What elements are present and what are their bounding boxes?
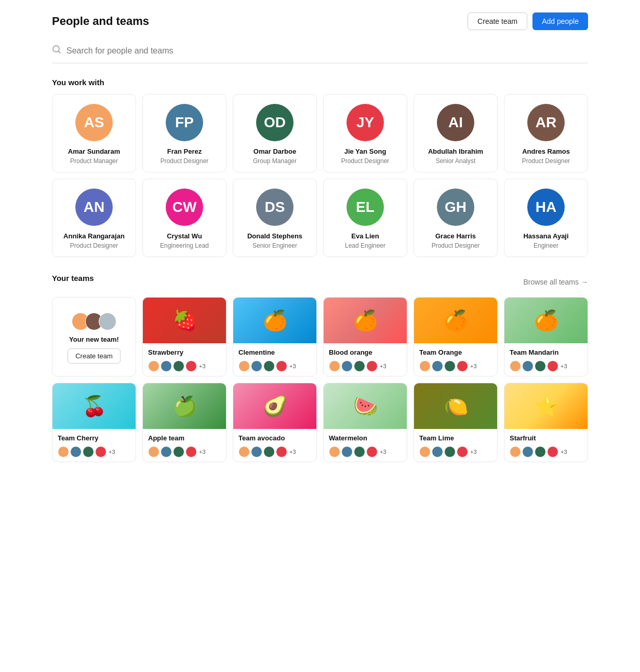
- browse-all-teams-link[interactable]: Browse all teams →: [523, 278, 588, 286]
- team-card-body: Team Cherry +3: [52, 429, 136, 462]
- team-members: +3: [329, 360, 402, 372]
- member-avatar: [354, 446, 365, 458]
- team-card-body: Strawberry +3: [143, 343, 226, 376]
- member-avatar: [148, 360, 159, 372]
- team-image: 🍒: [52, 383, 136, 429]
- team-members: +3: [510, 446, 582, 458]
- person-card[interactable]: AN Annika Rangarajan Product Designer: [52, 179, 136, 257]
- person-name: Abdullah Ibrahim: [428, 147, 483, 155]
- your-teams-title: Your teams: [52, 274, 94, 283]
- member-avatar: [173, 360, 184, 372]
- person-card[interactable]: FP Fran Perez Product Designer: [142, 94, 226, 172]
- header-actions: Create team Add people: [468, 12, 588, 30]
- team-name: Starfruit: [510, 434, 582, 442]
- member-avatar: [419, 360, 431, 372]
- member-avatar: [432, 446, 443, 458]
- person-name: Eva Lien: [351, 232, 379, 240]
- member-count: +3: [199, 363, 206, 369]
- team-image: 🍓: [143, 298, 226, 343]
- team-image: 🍊: [233, 298, 316, 343]
- avatar: DS: [256, 189, 294, 226]
- new-team-avatars: [72, 313, 116, 330]
- create-team-small-button[interactable]: Create team: [68, 348, 121, 364]
- team-card[interactable]: 🍓 Strawberry +3: [142, 297, 226, 377]
- team-name: Strawberry: [148, 348, 221, 356]
- member-avatar: [522, 446, 534, 458]
- person-name: Grace Harris: [435, 232, 476, 240]
- member-avatar: [366, 360, 378, 372]
- member-avatar: [444, 446, 456, 458]
- person-card[interactable]: CW Crystal Wu Engineering Lead: [142, 179, 226, 257]
- teams-grid: Your new team! Create team 🍓 Strawberry …: [52, 297, 588, 377]
- team-card[interactable]: 🥑 Team avocado +3: [233, 383, 317, 462]
- member-avatar: [535, 360, 546, 372]
- avatar: JY: [346, 104, 384, 141]
- team-members: +3: [148, 360, 221, 372]
- member-avatar: [444, 360, 456, 372]
- teams-section-header: Your teams Browse all teams →: [52, 274, 588, 290]
- person-card[interactable]: OD Omar Darboe Group Manager: [233, 94, 317, 172]
- person-card[interactable]: EL Eva Lien Lead Engineer: [323, 179, 407, 257]
- add-people-button[interactable]: Add people: [532, 12, 588, 30]
- person-card[interactable]: AI Abdullah Ibrahim Senior Analyst: [414, 94, 498, 172]
- member-avatar: [263, 360, 275, 372]
- member-avatar: [251, 360, 262, 372]
- team-image: 🥑: [233, 383, 316, 429]
- member-avatar: [457, 360, 468, 372]
- person-card[interactable]: JY Jie Yan Song Product Designer: [323, 94, 407, 172]
- team-members: +3: [238, 446, 311, 458]
- team-card[interactable]: 🍊 Team Mandarin +3: [504, 297, 588, 377]
- avatar: OD: [256, 104, 294, 141]
- person-card[interactable]: AR Andres Ramos Product Designer: [504, 94, 588, 172]
- team-card-body: Team Mandarin +3: [504, 343, 588, 376]
- team-name: Apple team: [148, 434, 221, 442]
- team-card[interactable]: 🍊 Blood orange +3: [323, 297, 407, 377]
- create-team-button[interactable]: Create team: [468, 12, 527, 30]
- member-count: +3: [561, 449, 567, 455]
- team-card[interactable]: 🍊 Clementine +3: [233, 297, 317, 377]
- person-name: Fran Perez: [167, 147, 202, 155]
- person-role: Lead Engineer: [345, 242, 385, 249]
- team-image: 🍉: [324, 383, 407, 429]
- team-card[interactable]: 🍒 Team Cherry +3: [52, 383, 136, 462]
- person-card[interactable]: HA Hassana Ayaji Engineer: [504, 179, 588, 257]
- your-teams-section: Your teams Browse all teams → Your new t…: [52, 274, 588, 462]
- member-count: +3: [199, 449, 206, 455]
- member-avatar: [263, 446, 275, 458]
- member-avatar: [329, 360, 340, 372]
- new-team-card[interactable]: Your new team! Create team: [52, 297, 136, 377]
- new-team-name: Your new team!: [69, 335, 119, 343]
- member-count: +3: [470, 363, 477, 369]
- member-avatar: [547, 360, 558, 372]
- team-image: 🍊: [414, 298, 497, 343]
- member-avatar: [419, 446, 431, 458]
- member-avatar: [341, 446, 353, 458]
- person-name: Andres Ramos: [522, 147, 570, 155]
- member-count: +3: [289, 449, 296, 455]
- member-avatar: [276, 446, 287, 458]
- person-card[interactable]: GH Grace Harris Product Designer: [414, 179, 498, 257]
- team-card[interactable]: 🍋 Team Lime +3: [414, 383, 498, 462]
- team-card[interactable]: 🍏 Apple team +3: [142, 383, 226, 462]
- team-name: Team Lime: [419, 434, 492, 442]
- team-card[interactable]: ⭐ Starfruit +3: [504, 383, 588, 462]
- team-members: +3: [419, 360, 492, 372]
- team-image: 🍋: [414, 383, 497, 429]
- team-members: +3: [510, 360, 582, 372]
- team-name: Clementine: [238, 348, 311, 356]
- team-card[interactable]: 🍉 Watermelon +3: [323, 383, 407, 462]
- team-card[interactable]: 🍊 Team Orange +3: [414, 297, 498, 377]
- person-role: Product Designer: [161, 157, 209, 165]
- member-avatar: [432, 360, 443, 372]
- search-icon: [52, 45, 61, 57]
- page-title: People and teams: [52, 15, 149, 28]
- member-avatar: [95, 446, 106, 458]
- new-team-avatar: [99, 313, 116, 330]
- search-input[interactable]: [66, 46, 588, 56]
- person-card[interactable]: AS Amar Sundaram Product Manager: [52, 94, 136, 172]
- team-card-body: Team Lime +3: [414, 429, 497, 462]
- person-role: Senior Engineer: [252, 242, 297, 249]
- avatar: HA: [527, 189, 565, 226]
- person-card[interactable]: DS Donald Stephens Senior Engineer: [233, 179, 317, 257]
- team-card-body: Team avocado +3: [233, 429, 316, 462]
